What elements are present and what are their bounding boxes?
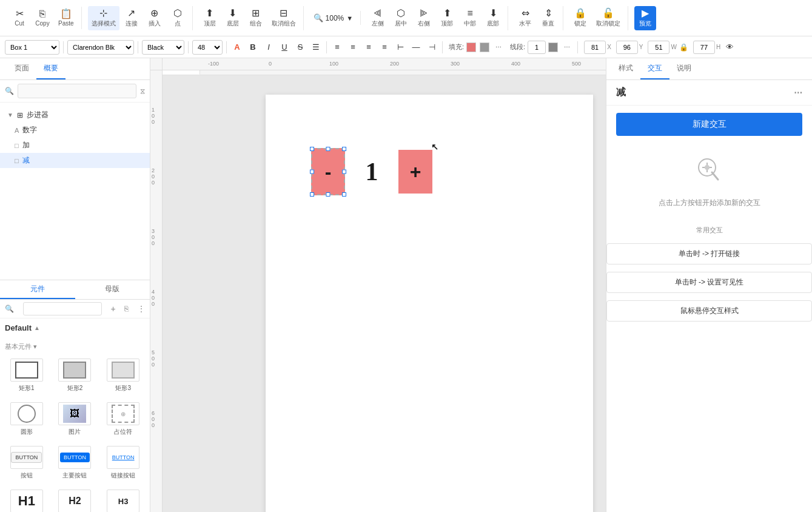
interaction-open-link[interactable]: 单击时 -> 打开链接 [606, 243, 812, 264]
align-left-block-button[interactable]: ⊢ [394, 41, 407, 54]
element-rect3[interactable]: 矩形3 [101, 356, 145, 395]
element-h2[interactable]: H2 二级标题 [53, 487, 97, 512]
align-left-button[interactable]: ⫷ 左侧 [367, 6, 389, 30]
tab-elements[interactable]: 元件 [0, 280, 75, 299]
stroke-width-input[interactable] [528, 41, 546, 54]
underline-button[interactable]: U [278, 41, 291, 54]
group-button[interactable]: ⊞ 组合 [245, 6, 267, 30]
stepper-plus-button[interactable]: + ↖ [398, 150, 432, 194]
element-button[interactable]: BUTTON 按钮 [5, 443, 49, 482]
align-right-button[interactable]: ⫸ 右侧 [413, 6, 435, 30]
element-image[interactable]: 🖼 图片 [53, 400, 97, 439]
element-link-button[interactable]: BUTTON 链接按钮 [101, 443, 145, 482]
tab-notes[interactable]: 说明 [669, 58, 699, 79]
ungroup-button[interactable]: ⊟ 取消组合 [268, 6, 300, 30]
font-color-btn[interactable]: A [230, 41, 244, 54]
canvas-area[interactable]: 步进器 × -100 0 100 200 300 400 500 100 200… [150, 58, 606, 512]
font-size-select[interactable]: 48 [192, 40, 223, 55]
library-expand-icon[interactable]: ▲ [34, 325, 40, 331]
strikethrough-button[interactable]: S [294, 41, 307, 54]
align-left-text-button[interactable]: ≡ [331, 41, 344, 54]
handle-top-left[interactable] [310, 147, 314, 151]
handle-mid-right[interactable] [342, 170, 346, 174]
fill-color-picker[interactable] [466, 42, 476, 52]
new-interaction-button[interactable]: 新建交互 [616, 113, 802, 136]
tab-outline[interactable]: 概要 [36, 58, 65, 79]
fill-color-picker-2[interactable] [480, 42, 489, 52]
more-element-button[interactable]: ⋮ [138, 305, 145, 313]
align-top-button[interactable]: ⬆ 顶部 [436, 6, 458, 30]
visibility-button[interactable]: 👁 [723, 41, 736, 54]
outline-item-add[interactable]: □ 加 [0, 138, 150, 153]
align-center-button[interactable]: ⬡ 居中 [390, 6, 412, 30]
align-right-block-button[interactable]: ⊣ [425, 41, 438, 54]
outline-search-input[interactable] [18, 84, 136, 98]
handle-mid-left[interactable] [310, 170, 314, 174]
interaction-set-visibility[interactable]: 单击时 -> 设置可见性 [606, 272, 812, 293]
connect-button[interactable]: ↗ 连接 [121, 6, 143, 30]
align-middle-button[interactable]: ≡ 中部 [459, 6, 481, 30]
align-right-text-button[interactable]: ≡ [362, 41, 375, 54]
stroke-color-picker[interactable] [548, 42, 558, 52]
copy-element-button[interactable]: ⎘ [124, 305, 129, 313]
outline-item-digit[interactable]: A 数字 [0, 123, 150, 138]
tab-style[interactable]: 样式 [611, 58, 640, 79]
paste-button[interactable]: 📋 Paste [55, 7, 78, 29]
lock-button[interactable]: 🔒 锁定 [569, 6, 591, 30]
italic-button[interactable]: I [262, 41, 275, 54]
element-rect2[interactable]: 矩形2 [53, 356, 97, 395]
bold-button[interactable]: B [246, 41, 260, 54]
w-input[interactable]: 51 [648, 41, 669, 54]
element-placeholder[interactable]: ⊕ 占位符 [101, 400, 145, 439]
zoom-control[interactable]: 🔍 100% ▼ [310, 11, 357, 25]
y-input[interactable]: 96 [616, 41, 638, 54]
handle-top-mid[interactable] [326, 147, 331, 151]
tab-masters[interactable]: 母版 [75, 280, 150, 299]
more-options-icon[interactable]: ⋯ [794, 88, 802, 98]
font-family-select[interactable]: Clarendon Blk [67, 40, 134, 55]
stepper-minus-button[interactable]: - [311, 148, 345, 195]
handle-top-right[interactable] [342, 147, 346, 151]
unlock-button[interactable]: 🔓 取消锁定 [592, 6, 624, 30]
element-rect1[interactable]: 矩形1 [5, 356, 49, 395]
align-center-block-button[interactable]: — [409, 41, 423, 54]
h-input[interactable]: 77 [693, 41, 715, 54]
horizontal-button[interactable]: ⇔ 水平 [514, 6, 536, 30]
tab-interaction[interactable]: 交互 [640, 58, 669, 79]
align-justify-button[interactable]: ≡ [378, 41, 391, 54]
elements-search-input[interactable] [23, 302, 102, 315]
font-color-select[interactable]: Black [142, 40, 184, 55]
filter-icon[interactable]: ⧖ [140, 87, 145, 95]
x-input[interactable]: 81 [584, 41, 606, 54]
handle-bot-right[interactable] [342, 192, 346, 197]
element-circle[interactable]: 圆形 [5, 400, 49, 439]
dimension-lock-icon[interactable]: 🔒 [679, 43, 688, 52]
top-layer-button[interactable]: ⬆ 顶层 [199, 6, 221, 30]
bottom-layer-button[interactable]: ⬇ 底层 [222, 6, 244, 30]
copy-button[interactable]: ⎘ Copy [32, 7, 53, 29]
handle-bot-mid[interactable] [326, 192, 331, 197]
outline-item-stepper[interactable]: ▼ ⊞ 步进器 [0, 107, 150, 123]
add-element-button[interactable]: + [110, 304, 115, 314]
align-bottom-button[interactable]: ⬇ 底部 [482, 6, 504, 30]
handle-bot-left[interactable] [310, 192, 314, 197]
outline-item-minus[interactable]: □ 减 [0, 153, 150, 168]
preview-button[interactable]: ▶ 预览 [634, 6, 656, 30]
elements-search-icon: 🔍 [5, 305, 14, 313]
cut-button[interactable]: ✂ Cut [8, 7, 30, 29]
point-button[interactable]: ⬡ 点 [167, 6, 189, 30]
vertical-button[interactable]: ⇕ 垂直 [537, 6, 559, 30]
align-center-text-button[interactable]: ≡ [346, 41, 360, 54]
tab-pages[interactable]: 页面 [7, 58, 36, 79]
select-mode-button[interactable]: ⊹ 选择模式 [88, 6, 119, 30]
interaction-hover-style[interactable]: 鼠标悬停交互样式 [606, 300, 812, 322]
element-h3[interactable]: H3 三级标题 [101, 487, 145, 512]
element-h1[interactable]: H1 一级标题 [5, 487, 49, 512]
insert-button[interactable]: ⊕ 插入 [144, 6, 166, 30]
stroke-options-button[interactable]: ⋯ [560, 41, 574, 54]
element-name-select[interactable]: Box 1 [5, 40, 59, 55]
list-button[interactable]: ☰ [309, 41, 323, 54]
fill-options-button[interactable]: ⋯ [492, 41, 505, 54]
placeholder-label: 占位符 [114, 428, 132, 436]
element-primary-button[interactable]: BUTTON 主要按钮 [53, 443, 97, 482]
